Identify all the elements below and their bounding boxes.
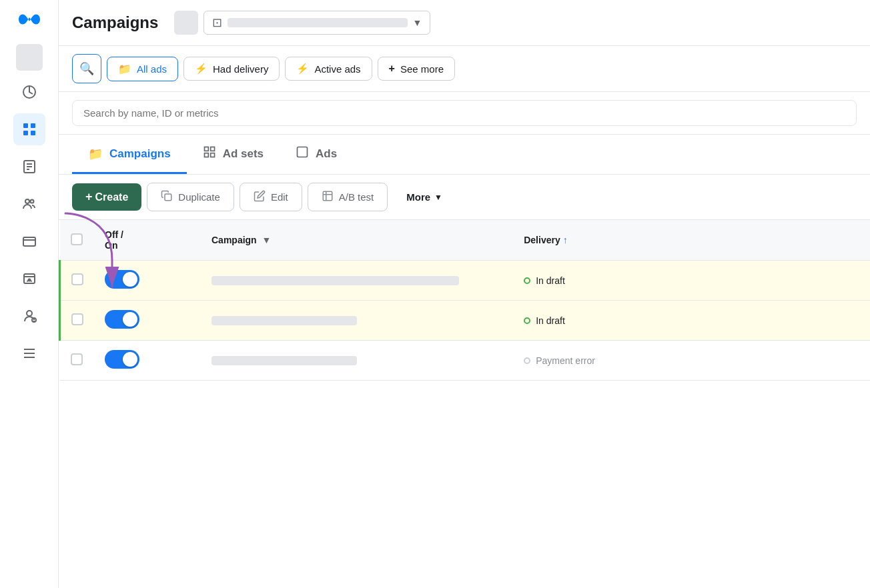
more-label: More [406, 191, 430, 203]
sidebar-item-billing[interactable] [13, 225, 45, 257]
sidebar-item-account[interactable] [13, 300, 45, 332]
th-toggle: Off /On [94, 220, 201, 261]
table-row: In draft [60, 261, 871, 301]
row3-delivery-dot [524, 357, 530, 364]
campaigns-tab-label: Campaigns [109, 147, 171, 161]
search-icon: 🔍 [79, 61, 94, 76]
folder-icon: 📁 [118, 63, 131, 75]
row2-delivery-label: In draft [536, 315, 565, 326]
svg-rect-23 [204, 153, 208, 157]
row2-delivery-status: In draft [524, 315, 859, 326]
meta-logo [16, 11, 43, 31]
main-content: Campaigns ⊡ ▼ 🔍 📁 All ads ⚡ Had delivery… [59, 0, 870, 588]
table-header-row: Off /On Campaign ▼ Delivery ↑ [60, 220, 871, 261]
sidebar-item-audiences[interactable] [13, 188, 45, 220]
row2-campaign-cell [201, 301, 513, 341]
row3-checkbox[interactable] [71, 353, 83, 365]
edit-button[interactable]: Edit [240, 183, 302, 211]
row2-checkbox[interactable] [71, 313, 83, 325]
duplicate-icon [161, 190, 173, 204]
svg-rect-4 [31, 131, 35, 135]
ab-test-button[interactable]: A/B test [308, 183, 388, 211]
header-controls: ⊡ ▼ [174, 11, 430, 35]
ad-sets-tab-label: Ad sets [223, 147, 264, 161]
row1-delivery-dot [524, 277, 530, 284]
select-all-checkbox[interactable] [71, 233, 83, 245]
ab-test-icon [322, 190, 334, 204]
ads-tab-label: Ads [316, 147, 337, 161]
toolbar: + Create Duplicate Edit [59, 175, 870, 220]
row3-delivery-status: Payment error [524, 355, 859, 366]
row1-toggle[interactable] [105, 270, 139, 289]
row1-delivery-cell: In draft [513, 261, 870, 301]
edit-label: Edit [271, 191, 288, 203]
search-bar [59, 92, 870, 135]
row1-delivery-status: In draft [524, 275, 859, 286]
screen-icon: ⊡ [212, 15, 222, 30]
sidebar-item-campaigns[interactable] [13, 113, 45, 145]
tab-ads[interactable]: Ads [280, 135, 353, 175]
svg-rect-22 [210, 147, 214, 151]
row1-checkbox[interactable] [71, 273, 83, 285]
campaigns-tab-icon: 📁 [88, 147, 103, 161]
tab-ad-sets[interactable]: Ad sets [187, 135, 280, 175]
table-row: Payment error [60, 341, 871, 381]
search-filter-button[interactable]: 🔍 [72, 54, 101, 83]
ads-tab-icon [296, 145, 309, 162]
sidebar-account-placeholder [16, 44, 43, 71]
campaigns-table-container: Off /On Campaign ▼ Delivery ↑ [59, 220, 870, 588]
row1-checkbox-cell [60, 261, 95, 301]
row3-toggle-cell [94, 341, 201, 381]
plus-icon: + [389, 63, 395, 75]
row2-campaign-name [211, 316, 357, 325]
create-button[interactable]: + Create [72, 183, 141, 211]
row3-toggle-knob [123, 352, 137, 367]
chevron-down-icon: ▼ [413, 17, 422, 28]
row2-delivery-cell: In draft [513, 301, 870, 341]
active-ads-filter-button[interactable]: ⚡ Active ads [285, 57, 372, 81]
sidebar-item-ads-reporting[interactable] [13, 263, 45, 295]
row1-toggle-cell [94, 261, 201, 301]
row2-toggle-knob [123, 312, 137, 327]
svg-rect-25 [298, 147, 308, 157]
svg-rect-26 [165, 194, 171, 201]
svg-rect-24 [210, 153, 214, 157]
svg-rect-2 [31, 123, 35, 128]
row3-toggle[interactable] [105, 350, 139, 369]
duplicate-button[interactable]: Duplicate [147, 183, 234, 211]
row1-campaign-name [211, 276, 459, 285]
search-input[interactable] [72, 100, 857, 126]
campaigns-table: Off /On Campaign ▼ Delivery ↑ [59, 220, 870, 381]
had-delivery-filter-button[interactable]: ⚡ Had delivery [183, 57, 280, 81]
sidebar-item-menu[interactable] [13, 337, 45, 369]
svg-rect-1 [23, 123, 28, 128]
row3-campaign-cell [201, 341, 513, 381]
row2-delivery-dot [524, 317, 530, 324]
see-more-label: See more [400, 63, 444, 75]
sidebar-item-posts[interactable] [13, 151, 45, 183]
tabs-bar: 📁 Campaigns Ad sets Ads [59, 135, 870, 175]
delivery-sort-icon: ↑ [563, 235, 568, 245]
header-view-dropdown[interactable]: ⊡ ▼ [203, 11, 430, 35]
sidebar-item-dashboard[interactable] [13, 76, 45, 108]
tab-campaigns[interactable]: 📁 Campaigns [72, 136, 187, 174]
ad-sets-tab-icon [203, 145, 216, 162]
dropdown-text-placeholder [228, 18, 407, 27]
header: Campaigns ⊡ ▼ [59, 0, 870, 46]
filter-bar: 🔍 📁 All ads ⚡ Had delivery ⚡ Active ads … [59, 46, 870, 92]
th-delivery[interactable]: Delivery ↑ [513, 220, 870, 261]
th-campaign[interactable]: Campaign ▼ [201, 220, 513, 261]
edit-icon [254, 190, 266, 204]
row2-toggle-cell [94, 301, 201, 341]
more-button[interactable]: More ▼ [393, 185, 456, 209]
row3-delivery-label: Payment error [536, 355, 595, 366]
campaigns-table-body: In draft [60, 261, 871, 381]
see-more-filter-button[interactable]: + See more [378, 57, 455, 81]
svg-rect-3 [23, 131, 28, 135]
row2-toggle[interactable] [105, 310, 139, 329]
table-row: In draft [60, 301, 871, 341]
all-ads-filter-button[interactable]: 📁 All ads [107, 57, 178, 81]
row3-checkbox-cell [60, 341, 95, 381]
row2-checkbox-cell [60, 301, 95, 341]
lightning-icon-1: ⚡ [195, 63, 207, 75]
